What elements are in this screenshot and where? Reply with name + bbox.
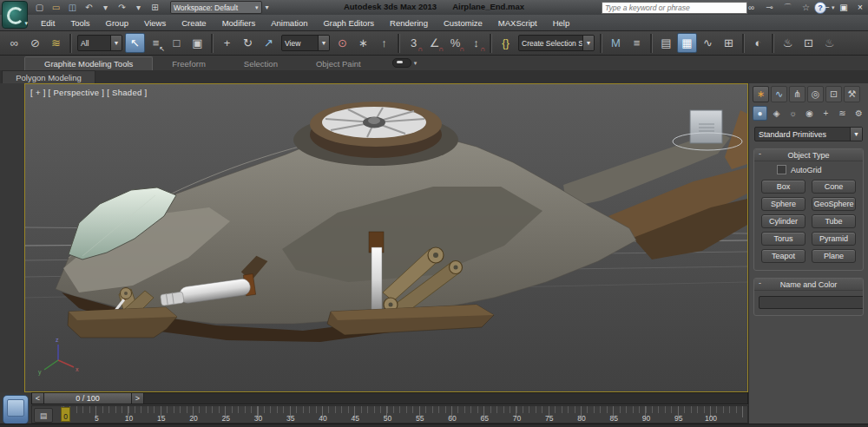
communication-key-icon[interactable]: ⊸ [763, 2, 776, 13]
workspace-dropdown[interactable]: Workspace: Default ▾ [170, 1, 262, 14]
next-frame-button[interactable]: > [132, 393, 144, 404]
minimize-button[interactable]: − [821, 3, 833, 13]
named-selection-dropdown[interactable]: Create Selection Se▼ [518, 35, 595, 51]
favorites-star-icon[interactable]: ☆ [799, 2, 812, 13]
undo-flyout-caret-icon[interactable]: ▾ [99, 2, 112, 13]
infocenter-satellite-icon[interactable]: ⌒ [781, 2, 794, 13]
select-and-move-icon[interactable]: + [217, 33, 237, 53]
timeline-ruler[interactable]: 0510152025303540455055606570758085909510… [56, 406, 744, 423]
spinner-snap-icon[interactable]: ↕∩ [466, 33, 486, 53]
box-button[interactable]: Box [761, 180, 806, 194]
autogrid-checkbox[interactable] [777, 165, 786, 174]
use-pivot-center-icon[interactable]: ⊙ [332, 33, 352, 53]
primitive-type-dropdown[interactable]: Standard Primitives ▼ [754, 127, 863, 141]
select-object-icon[interactable]: ↖ [125, 33, 145, 53]
angle-snap-icon[interactable]: ∠∩ [424, 33, 444, 53]
ribbon-tab-object-paint[interactable]: Object Paint [297, 57, 380, 70]
rendered-frame-window-icon[interactable]: ⊡ [799, 33, 819, 53]
selection-filter-dropdown[interactable]: All▼ [77, 35, 122, 51]
geosphere-button[interactable]: GeoSphere [812, 197, 856, 211]
menu-maxscript[interactable]: MAXScript [490, 15, 545, 30]
space-warps-category-icon[interactable]: ≋ [835, 106, 850, 121]
render-production-icon[interactable]: ♨ [819, 33, 839, 53]
name-color-rollout-header[interactable]: - Name and Color [754, 279, 863, 291]
menu-edit[interactable]: Edit [33, 15, 62, 30]
select-by-name-icon[interactable]: ≡↖ [146, 33, 166, 53]
select-and-scale-icon[interactable]: ↗ [259, 33, 279, 53]
unlink-selection-icon[interactable]: ⊘ [25, 33, 45, 53]
viewport-label[interactable]: [ + ] [ Perspective ] [ Shaded ] [30, 88, 148, 97]
menu-customize[interactable]: Customize [436, 15, 490, 30]
schematic-view-icon[interactable]: ⊞ [719, 33, 739, 53]
window-crossing-icon[interactable]: ▣ [187, 33, 207, 53]
percent-snap-icon[interactable]: %∩ [445, 33, 465, 53]
menu-graph-editors[interactable]: Graph Editors [315, 15, 382, 30]
menu-modifiers[interactable]: Modifiers [214, 15, 264, 30]
menu-tools[interactable]: Tools [62, 15, 97, 30]
ribbon-tab-selection[interactable]: Selection [225, 57, 297, 70]
infocenter-search-input[interactable] [602, 2, 747, 14]
current-frame-marker[interactable]: 0 [61, 407, 70, 422]
lights-category-icon[interactable]: ☼ [786, 106, 800, 121]
utilities-tab-icon[interactable]: ⚒ [844, 86, 860, 102]
render-setup-icon[interactable]: ♨ [778, 33, 798, 53]
select-and-manipulate-icon[interactable]: ∗ [353, 33, 373, 53]
align-icon[interactable]: ≡ [627, 33, 647, 53]
menu-help[interactable]: Help [545, 15, 578, 30]
restore-button[interactable]: ▣ [838, 3, 850, 13]
aircraft-model[interactable] [56, 102, 747, 342]
sphere-button[interactable]: Sphere [761, 197, 806, 211]
select-and-rotate-icon[interactable]: ↻ [238, 33, 258, 53]
ribbon-tab-graphite-modeling-tools[interactable]: Graphite Modeling Tools [24, 56, 153, 70]
new-scene-icon[interactable]: ▢ [33, 2, 46, 13]
hierarchy-tab-icon[interactable]: ⋔ [789, 86, 806, 102]
menu-views[interactable]: Views [136, 15, 174, 30]
menu-group[interactable]: Group [98, 15, 136, 30]
display-tab-icon[interactable]: ⊡ [825, 86, 842, 102]
menu-create[interactable]: Create [174, 15, 214, 30]
torus-button[interactable]: Torus [761, 232, 806, 246]
rectangular-selection-region-icon[interactable]: □ [167, 33, 187, 53]
curve-editor-icon[interactable]: ∿ [698, 33, 718, 53]
redo-icon[interactable]: ↷ [115, 2, 128, 13]
material-editor-icon[interactable]: ◐ [748, 33, 768, 53]
save-file-icon[interactable]: ◫ [66, 2, 79, 13]
open-file-icon[interactable]: ▭ [49, 2, 62, 13]
cylinder-button[interactable]: Cylinder [761, 214, 806, 228]
mini-curve-editor-button[interactable]: ▤ [34, 408, 53, 423]
plane-button[interactable]: Plane [812, 249, 856, 263]
create-tab-icon[interactable]: ∗ [753, 86, 769, 102]
menu-rendering[interactable]: Rendering [382, 15, 436, 30]
keyboard-override-icon[interactable]: ↑ [374, 33, 394, 53]
reference-coordinate-dropdown[interactable]: View▼ [281, 35, 330, 51]
graphite-ribbon-toggle-icon[interactable]: ▦ [677, 33, 697, 53]
teapot-button[interactable]: Teapot [761, 249, 806, 263]
select-and-link-icon[interactable]: ∞ [4, 33, 24, 53]
motion-tab-icon[interactable]: ◎ [807, 86, 824, 102]
mirror-icon[interactable]: M [606, 33, 626, 53]
tab-polygon-modeling[interactable]: Polygon Modeling [2, 70, 95, 84]
modify-tab-icon[interactable]: ∿ [771, 86, 787, 102]
tube-button[interactable]: Tube [812, 214, 856, 228]
object-name-field[interactable] [759, 296, 864, 309]
bind-to-space-warp-icon[interactable]: ≋ [46, 33, 66, 53]
ribbon-state-icon[interactable] [392, 58, 411, 68]
search-icon[interactable]: ∞ [745, 2, 758, 13]
systems-category-icon[interactable]: ⚙ [852, 106, 866, 121]
helpers-category-icon[interactable]: + [819, 106, 833, 121]
viewport-layout-tab-button[interactable] [3, 395, 29, 424]
layer-manager-icon[interactable]: ▤ [656, 33, 676, 53]
pyramid-button[interactable]: Pyramid [812, 232, 856, 246]
ribbon-tab-freeform[interactable]: Freeform [153, 57, 225, 70]
application-menu-button[interactable]: ▾ [2, 1, 28, 29]
perspective-viewport[interactable]: [ + ] [ Perspective ] [ Shaded ] [24, 83, 748, 392]
ribbon-minimize-caret-icon[interactable]: ▾ [414, 60, 418, 67]
cone-button[interactable]: Cone [812, 180, 856, 194]
close-button[interactable]: × [854, 3, 866, 13]
menu-animation[interactable]: Animation [263, 15, 315, 30]
undo-icon[interactable]: ↶ [82, 2, 95, 13]
redo-flyout-caret-icon[interactable]: ▾ [132, 2, 145, 13]
geometry-category-icon[interactable]: ● [753, 106, 767, 121]
previous-frame-button[interactable]: < [32, 393, 44, 404]
snap-toggle-3d-icon[interactable]: 3∩ [404, 33, 424, 53]
